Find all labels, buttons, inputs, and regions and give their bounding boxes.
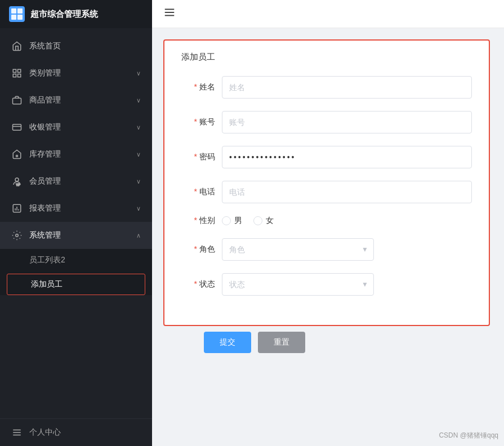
status-label: *状态 — [181, 279, 215, 289]
phone-label: *电话 — [181, 187, 215, 197]
status-select-wrapper: 状态 启用 禁用 ▼ — [222, 273, 374, 296]
report-icon — [11, 203, 23, 214]
svg-point-12 — [15, 178, 19, 181]
gender-row: *性别 男 女 — [181, 216, 472, 226]
system-sub-menu: 员工列表2 添加员工 — [0, 249, 152, 295]
sidebar-item-system[interactable]: 系统管理 ∧ — [0, 222, 152, 249]
sidebar-item-inventory[interactable]: 库存管理 ∨ — [0, 141, 152, 168]
gender-required-star: * — [194, 216, 197, 225]
account-required-star: * — [194, 117, 197, 126]
submit-button[interactable]: 提交 — [204, 332, 251, 353]
add-employee-label: 添加员工 — [31, 279, 63, 288]
sidebar-item-employee-list[interactable]: 员工列表2 — [0, 249, 152, 271]
password-row: *密码 — [181, 146, 472, 168]
main-area: 添加员工 *姓名 *账号 *密码 — [152, 0, 504, 446]
svg-rect-6 — [13, 74, 16, 77]
home-icon — [11, 41, 23, 52]
name-required-star: * — [194, 82, 197, 91]
sidebar-item-category-label: 类别管理 — [29, 68, 130, 78]
svg-rect-8 — [13, 98, 21, 104]
sidebar: 超市综合管理系统 系统首页 类别管理 ∨ — [0, 0, 152, 446]
goods-icon — [11, 95, 23, 106]
report-arrow: ∨ — [136, 205, 141, 212]
svg-rect-7 — [18, 74, 21, 77]
sidebar-item-cashier-label: 收银管理 — [29, 122, 130, 132]
gender-male-option[interactable]: 男 — [222, 216, 242, 226]
sidebar-footer-label: 个人中心 — [29, 427, 61, 438]
gender-female-option[interactable]: 女 — [253, 216, 274, 226]
phone-required-star: * — [194, 187, 197, 196]
role-select[interactable]: 角色 管理员 员工 — [222, 238, 374, 261]
sidebar-item-cashier[interactable]: 收银管理 ∨ — [0, 114, 152, 141]
member-arrow: ∨ — [136, 178, 141, 185]
sidebar-item-home[interactable]: 系统首页 — [0, 33, 152, 60]
status-required-star: * — [194, 279, 197, 288]
form-card-title: 添加员工 — [181, 52, 472, 63]
gender-female-radio[interactable] — [253, 216, 262, 225]
category-arrow: ∨ — [136, 70, 141, 77]
svg-rect-2 — [11, 15, 16, 20]
svg-rect-9 — [13, 124, 21, 131]
account-input[interactable] — [222, 111, 472, 133]
sidebar-item-home-label: 系统首页 — [29, 41, 141, 51]
member-icon: VIP — [11, 176, 23, 187]
system-arrow: ∧ — [136, 232, 141, 239]
svg-rect-1 — [17, 8, 23, 14]
cashier-icon — [11, 122, 23, 133]
svg-rect-5 — [18, 69, 21, 72]
cashier-arrow: ∨ — [136, 124, 141, 131]
hamburger-sidebar-icon — [11, 427, 23, 438]
hamburger-button[interactable] — [163, 6, 176, 21]
role-select-wrapper: 角色 管理员 员工 ▼ — [222, 238, 374, 261]
reset-button[interactable]: 重置 — [258, 332, 305, 353]
phone-row: *电话 — [181, 181, 472, 203]
svg-point-11 — [16, 155, 18, 157]
name-row: *姓名 — [181, 76, 472, 99]
gender-female-label: 女 — [266, 216, 274, 226]
role-row: *角色 角色 管理员 员工 ▼ — [181, 238, 472, 261]
sidebar-item-system-label: 系统管理 — [29, 230, 130, 240]
status-row: *状态 状态 启用 禁用 ▼ — [181, 273, 472, 296]
sidebar-item-report-label: 报表管理 — [29, 203, 130, 213]
add-employee-form-card: 添加员工 *姓名 *账号 *密码 — [163, 39, 490, 326]
sidebar-item-report[interactable]: 报表管理 ∨ — [0, 195, 152, 222]
inventory-arrow: ∨ — [136, 151, 141, 158]
app-title: 超市综合管理系统 — [30, 9, 98, 20]
name-input[interactable] — [222, 76, 472, 99]
svg-rect-4 — [13, 69, 16, 72]
main-content: 添加员工 *姓名 *账号 *密码 — [152, 28, 504, 446]
sidebar-item-category[interactable]: 类别管理 ∨ — [0, 60, 152, 87]
account-row: *账号 — [181, 111, 472, 133]
name-label: *姓名 — [181, 82, 215, 92]
main-header — [152, 0, 504, 28]
role-required-star: * — [194, 244, 197, 253]
password-required-star: * — [194, 152, 197, 161]
gender-radio-group: 男 女 — [222, 216, 274, 226]
password-label: *密码 — [181, 152, 215, 162]
phone-input[interactable] — [222, 181, 472, 203]
form-buttons: 提交 重置 — [163, 332, 493, 353]
sidebar-header: 超市综合管理系统 — [0, 0, 152, 28]
sidebar-item-inventory-label: 库存管理 — [29, 149, 130, 159]
sidebar-nav: 系统首页 类别管理 ∨ 商品管理 — [0, 28, 152, 418]
status-select[interactable]: 状态 启用 禁用 — [222, 273, 374, 296]
svg-point-18 — [16, 234, 19, 237]
system-icon — [11, 230, 23, 241]
sidebar-item-goods-label: 商品管理 — [29, 95, 130, 105]
inventory-icon — [11, 149, 23, 160]
category-icon — [11, 68, 23, 79]
gender-male-label: 男 — [234, 216, 242, 226]
sidebar-item-member-label: 会员管理 — [29, 176, 130, 186]
sidebar-footer[interactable]: 个人中心 — [0, 418, 152, 446]
sidebar-item-goods[interactable]: 商品管理 ∨ — [0, 87, 152, 114]
watermark: CSDN @猪猪锤qqq — [439, 431, 498, 440]
sidebar-item-member[interactable]: VIP 会员管理 ∨ — [0, 168, 152, 195]
svg-text:VIP: VIP — [16, 184, 20, 186]
sidebar-item-add-employee[interactable]: 添加员工 — [7, 274, 145, 295]
gender-label: *性别 — [181, 216, 215, 226]
role-label: *角色 — [181, 244, 215, 255]
password-input[interactable] — [222, 146, 472, 168]
sidebar-logo — [9, 6, 25, 22]
gender-male-radio[interactable] — [222, 216, 231, 225]
account-label: *账号 — [181, 117, 215, 127]
